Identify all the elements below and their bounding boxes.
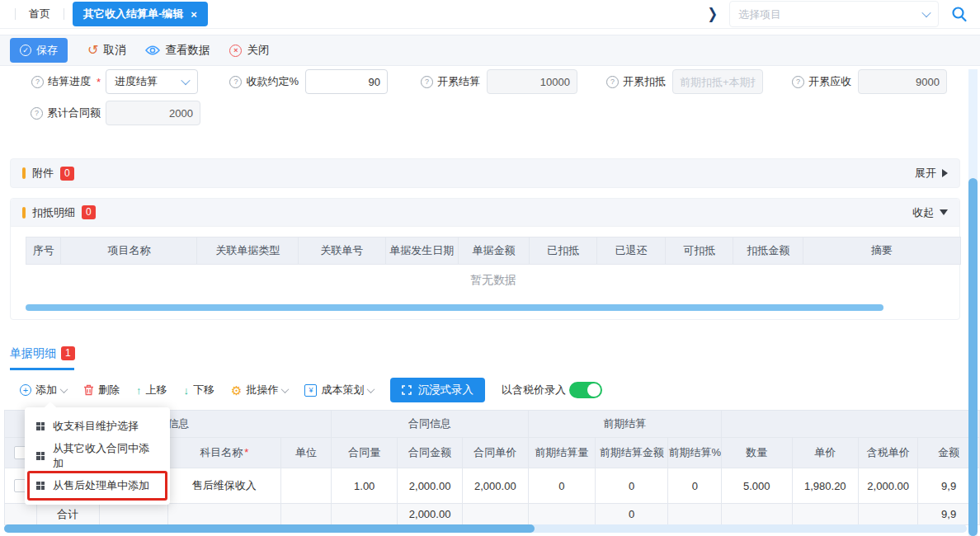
cancel-button[interactable]: 取消 — [87, 43, 125, 58]
project-select-input[interactable] — [730, 8, 923, 21]
field-payment-pct: 收款约定% — [213, 69, 388, 94]
batch-ops-button[interactable]: 批操作 — [231, 383, 288, 397]
column-header: 前期结算% — [668, 438, 722, 468]
chevron-right-icon[interactable]: ❯ — [707, 5, 718, 23]
section-marker-bar — [22, 167, 26, 179]
cell-empty — [528, 504, 595, 525]
deduction-table: 序号 项目名称 关联单据类型 关联单号 单据发生日期 单据金额 已扣抵 已退还 … — [26, 237, 961, 265]
active-tab-underline — [10, 368, 74, 370]
grid-icon — [36, 452, 45, 461]
section-marker-bar — [22, 207, 26, 219]
tab-close-icon[interactable]: × — [191, 9, 197, 20]
menu-item-from-aftersales[interactable]: 从售后处理单中添加 — [27, 471, 167, 501]
immersive-entry-button[interactable]: 沉浸式录入 — [390, 378, 485, 402]
triangle-down-icon — [940, 209, 948, 215]
settle-progress-select[interactable]: 进度结算 — [106, 69, 198, 94]
chevron-down-icon — [181, 76, 190, 85]
scrollbar-thumb[interactable] — [968, 178, 978, 536]
column-header: 可扣抵 — [665, 237, 733, 265]
add-label: 添加 — [35, 383, 57, 397]
gear-icon — [231, 384, 242, 397]
help-icon[interactable] — [792, 76, 804, 88]
group-header-contract: 合同信息 — [332, 411, 529, 438]
column-header: 数量 — [722, 438, 792, 468]
settle-progress-value: 进度结算 — [106, 74, 182, 89]
collapse-button[interactable]: 收起 — [912, 205, 948, 220]
help-icon[interactable] — [31, 107, 43, 120]
detail-tab-label: 单据明细 — [10, 346, 56, 361]
menu-item-subject-select[interactable]: 收支科目维护选择 — [25, 411, 170, 441]
close-circle-icon — [229, 45, 242, 57]
payment-pct-input[interactable] — [305, 69, 388, 94]
project-select[interactable] — [729, 1, 939, 27]
column-header: 前期结算量 — [528, 438, 595, 468]
trash-icon — [83, 384, 94, 396]
yuan-square-icon — [304, 384, 317, 397]
cell-tax-price: 2,000.00 — [859, 468, 918, 504]
tab-active-document[interactable]: 其它收入结算单-编辑 × — [73, 2, 208, 26]
cost-plan-button[interactable]: 成本策划 — [304, 383, 374, 397]
arrow-down-icon — [184, 384, 190, 397]
page-vscrollbar — [968, 69, 978, 536]
view-data-button[interactable]: 查看数据 — [145, 43, 210, 58]
column-header: 含税单价 — [859, 438, 918, 468]
chevron-down-icon — [281, 385, 290, 393]
field-cum-contract: 累计合同额 — [16, 101, 200, 125]
menu-item-label: 从其它收入合同中添加 — [53, 441, 158, 471]
delete-button[interactable]: 删除 — [83, 383, 120, 397]
add-button[interactable]: 添加 — [20, 383, 67, 397]
search-icon[interactable] — [950, 5, 968, 23]
tab-home[interactable]: 首页 — [16, 7, 64, 21]
field-cum-deduct: 开累扣抵 — [596, 69, 763, 94]
column-header: 已扣抵 — [530, 237, 597, 265]
cell-contract-amount: 2,000.00 — [398, 468, 463, 504]
menu-item-from-income-contract[interactable]: 从其它收入合同中添加 — [25, 441, 170, 471]
column-header: 前期结算金额 — [595, 438, 668, 468]
deduction-header[interactable]: 扣抵明细 0 收起 — [11, 199, 959, 227]
chevron-down-icon — [921, 8, 931, 17]
cell-contract-price: 2,000.00 — [462, 468, 528, 504]
expand-button[interactable]: 展开 — [915, 166, 948, 181]
move-down-button[interactable]: 下移 — [184, 383, 215, 397]
help-icon[interactable] — [31, 76, 44, 88]
column-header: 单位 — [280, 438, 331, 468]
expand-label: 展开 — [915, 166, 936, 181]
cum-receivable-input — [858, 69, 947, 94]
cell-price: 1,980.20 — [792, 468, 859, 504]
column-header: 项目名称 — [61, 237, 197, 265]
cell-unit — [280, 468, 331, 504]
summary-prev-amount: 0 — [595, 504, 668, 525]
detail-toolbar: 添加 删除 上移 下移 批操作 成本策划 — [20, 376, 602, 404]
scrollbar-thumb[interactable] — [26, 304, 883, 311]
help-icon[interactable] — [606, 76, 619, 88]
summary-contract-amount: 2,000.00 — [398, 504, 463, 525]
menu-item-label: 收支科目维护选择 — [53, 419, 139, 434]
cell-empty — [792, 504, 859, 525]
field-label: 开累结算 — [411, 74, 480, 89]
column-header: 单据金额 — [458, 237, 529, 265]
tabbar-right-tools: ❯ — [707, 1, 980, 27]
top-tab-bar: 首页 其它收入结算单-编辑 × ❯ — [0, 0, 980, 29]
tax-toggle-label: 以含税价录入 — [502, 383, 566, 397]
help-icon[interactable] — [421, 76, 433, 88]
column-header: 序号 — [26, 237, 61, 265]
menu-item-label: 从售后处理单中添加 — [53, 478, 149, 493]
move-up-button[interactable]: 上移 — [136, 383, 167, 397]
help-icon[interactable] — [229, 76, 242, 88]
cell-empty — [332, 504, 398, 525]
tab-document-detail[interactable]: 单据明细 1 — [10, 346, 75, 361]
delete-label: 删除 — [98, 383, 120, 397]
attachments-header[interactable]: 附件 0 展开 — [10, 158, 960, 188]
scrollbar-thumb[interactable] — [4, 524, 535, 533]
move-up-label: 上移 — [146, 383, 167, 397]
field-label: 收款约定% — [213, 74, 299, 89]
save-button[interactable]: 保存 — [10, 38, 68, 63]
close-button[interactable]: 关闭 — [229, 43, 269, 58]
chevron-down-icon — [60, 385, 68, 393]
field-cum-receivable: 开累应收 — [782, 69, 947, 94]
group-header-prev: 前期结算 — [528, 411, 721, 438]
field-label: 累计合同额 — [16, 106, 101, 120]
cell-prev-amount: 0 — [595, 468, 668, 504]
tax-price-toggle[interactable] — [569, 382, 602, 398]
cell-contract-qty: 1.00 — [332, 468, 398, 504]
